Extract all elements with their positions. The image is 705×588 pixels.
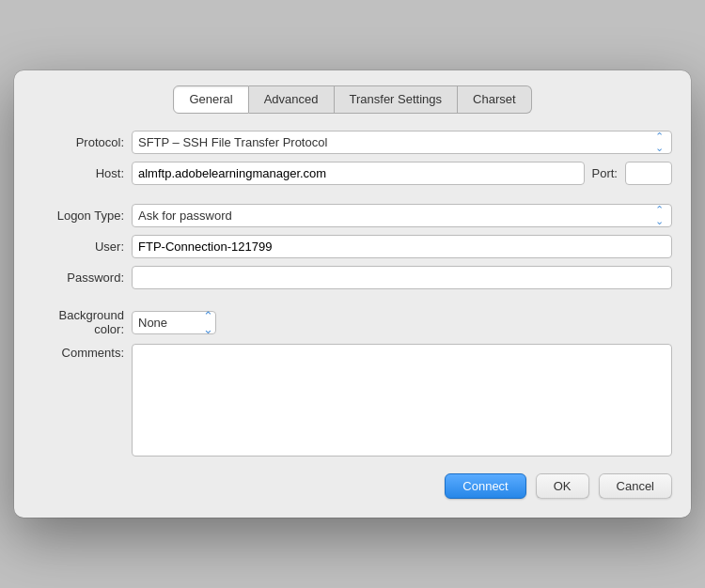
host-field-group: Port: <box>132 162 672 185</box>
logon-type-label: Logon Type: <box>33 209 132 223</box>
user-field <box>132 235 672 258</box>
port-input[interactable] <box>625 162 672 185</box>
spacer-2 <box>33 297 672 308</box>
background-color-row: Background color: None ⌃ ⌄ <box>33 308 672 336</box>
logon-type-row: Logon Type: Ask for password ⌃ ⌄ <box>33 204 672 227</box>
password-label: Password: <box>33 271 132 285</box>
tab-general[interactable]: General <box>173 85 248 114</box>
tab-charset[interactable]: Charset <box>458 85 532 114</box>
logon-type-select[interactable]: Ask for password <box>132 204 672 227</box>
comments-textarea[interactable] <box>132 344 672 456</box>
comments-section: Comments: <box>33 344 672 456</box>
user-label: User: <box>33 240 132 254</box>
comments-label: Comments: <box>33 344 132 360</box>
user-row: User: <box>33 235 672 258</box>
ok-button[interactable]: OK <box>536 473 589 499</box>
spacer-1 <box>33 193 672 204</box>
protocol-row: Protocol: SFTP – SSH File Transfer Proto… <box>33 131 672 154</box>
host-row: Host: Port: <box>33 162 672 185</box>
comments-row: Comments: <box>33 344 672 456</box>
tab-bar: General Advanced Transfer Settings Chars… <box>33 85 672 114</box>
background-color-field: None ⌃ ⌄ <box>132 311 672 334</box>
protocol-field: SFTP – SSH File Transfer Protocol ⌃ ⌄ <box>132 131 672 154</box>
host-port-row: Port: <box>132 162 672 185</box>
logon-type-select-wrapper: Ask for password ⌃ ⌄ <box>132 204 672 227</box>
logon-type-field: Ask for password ⌃ ⌄ <box>132 204 672 227</box>
port-label: Port: <box>592 166 618 180</box>
protocol-label: Protocol: <box>33 135 132 149</box>
dialog: General Advanced Transfer Settings Chars… <box>14 70 691 518</box>
password-row: Password: <box>33 266 672 289</box>
host-input[interactable] <box>132 162 585 185</box>
password-field <box>132 266 672 289</box>
host-label: Host: <box>33 166 132 180</box>
tab-advanced[interactable]: Advanced <box>249 85 335 114</box>
password-input[interactable] <box>132 266 672 289</box>
background-color-label: Background color: <box>33 308 132 336</box>
background-color-select-wrapper: None ⌃ ⌄ <box>132 311 216 334</box>
protocol-select[interactable]: SFTP – SSH File Transfer Protocol <box>132 131 672 154</box>
tab-transfer-settings[interactable]: Transfer Settings <box>335 85 459 114</box>
footer-buttons: Connect OK Cancel <box>33 473 672 499</box>
connect-button[interactable]: Connect <box>445 473 525 499</box>
cancel-button[interactable]: Cancel <box>599 473 672 499</box>
user-input[interactable] <box>132 235 672 258</box>
protocol-select-wrapper: SFTP – SSH File Transfer Protocol ⌃ ⌄ <box>132 131 672 154</box>
background-color-select[interactable]: None <box>132 311 216 334</box>
